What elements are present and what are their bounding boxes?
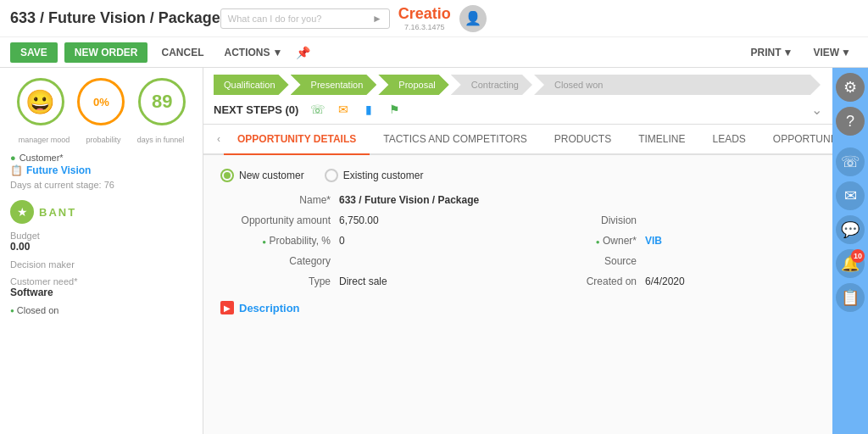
toolbar-right-actions: PRINT ▼ VIEW ▼ [744, 42, 858, 63]
toolbar: SAVE NEW ORDER CANCEL ACTIONS ▼ 📌 PRINT … [0, 37, 868, 68]
days-in-funnel-label: days in funnel [137, 136, 185, 144]
metrics-section: 😀 0% 89 [10, 78, 192, 125]
task-icon[interactable]: ▮ [359, 100, 378, 119]
name-label: Name* [220, 194, 339, 206]
days-at-stage: Days at current stage: 76 [10, 180, 192, 190]
logo-text: Creatio [398, 5, 451, 23]
email-icon-button[interactable]: ✉ [834, 180, 866, 212]
description-label[interactable]: Description [239, 302, 300, 314]
category-label: Category [220, 255, 339, 267]
stage-presentation[interactable]: Presentation [291, 75, 377, 95]
stage-pipeline: Qualification Presentation Proposal Cont… [214, 75, 822, 95]
new-order-button[interactable]: NEW ORDER [64, 42, 148, 63]
search-icon[interactable]: ► [372, 13, 382, 25]
budget-field: Budget 0.00 [10, 231, 192, 253]
probability-label: probability [86, 136, 120, 144]
left-sidebar: 😀 0% 89 manager mood probability days in… [0, 68, 203, 434]
tab-leads[interactable]: LEADS [699, 125, 760, 155]
right-sidebar: ⚙ ? ☏ ✉ 💬 🔔 10 📋 [832, 68, 868, 434]
avatar: 👤 [459, 5, 487, 32]
tab-opportunity-history[interactable]: OPPORTUNITY HISTORY [760, 125, 832, 155]
probability-value: 0 [339, 235, 345, 247]
type-value: Direct sale [339, 275, 387, 287]
help-icon-button[interactable]: ? [834, 105, 866, 137]
notification-icon-button[interactable]: 🔔 10 [834, 248, 866, 280]
next-steps-icons: ☏ ✉ ▮ ⚑ [309, 100, 403, 119]
flag-icon[interactable]: ⚑ [385, 100, 403, 119]
save-button[interactable]: SAVE [10, 42, 58, 63]
main-content: Qualification Presentation Proposal Cont… [203, 68, 832, 434]
manager-mood-circle: 😀 [17, 78, 64, 125]
bant-header: ★ BANT [10, 200, 192, 224]
probability-circle: 0% [77, 78, 125, 125]
source-label: Source [526, 255, 645, 267]
customer-section: ● Customer* 📋 Future Vision Days at curr… [10, 153, 192, 190]
pipeline: Qualification Presentation Proposal Cont… [203, 68, 832, 95]
creatio-logo: Creatio 7.16.3.1475 [398, 5, 451, 31]
stage-contracting[interactable]: Contracting [451, 75, 532, 95]
chat-icon-button[interactable]: 💬 [834, 214, 866, 246]
left-col: Opportunity amount 6,750.00 ● Probabilit… [220, 214, 509, 296]
chat-circle: 💬 [836, 215, 865, 244]
page-title: 633 / Future Vision / Package [10, 9, 220, 27]
decision-maker-field: Decision maker [10, 259, 192, 270]
pin-icon[interactable]: 📌 [296, 46, 310, 59]
chevron-down-icon: ▼ [783, 47, 793, 58]
settings-icon-button[interactable]: ⚙ [834, 71, 866, 103]
main-layout: 😀 0% 89 manager mood probability days in… [0, 68, 868, 434]
settings-circle: ⚙ [836, 73, 865, 102]
chevron-down-icon: ▼ [841, 47, 851, 58]
customer-field-label: ● Customer* [10, 153, 192, 163]
description-icon: ▶ [220, 301, 234, 314]
probability-label: ● Probability, % [220, 235, 339, 247]
stage-qualification[interactable]: Qualification [214, 75, 289, 95]
help-circle: ? [836, 107, 865, 136]
owner-row: ● Owner* VIB [526, 235, 815, 247]
name-value: 633 / Future Vision / Package [339, 194, 479, 206]
expand-button[interactable]: ⌄ [811, 102, 822, 118]
search-placeholder: What can I do for you? [228, 14, 322, 24]
category-row: Category [220, 255, 509, 267]
stage-closed-won[interactable]: Closed won [534, 75, 821, 95]
owner-label: ● Owner* [526, 235, 645, 247]
customer-need-field: Customer need* Software [10, 276, 192, 298]
print-button[interactable]: PRINT ▼ [744, 42, 800, 63]
tab-prev-arrow[interactable]: ‹ [214, 126, 224, 152]
phone-circle: ☏ [836, 147, 865, 176]
email-icon[interactable]: ✉ [334, 100, 353, 119]
phone-icon-button[interactable]: ☏ [834, 146, 866, 178]
notification-badge: 10 [851, 249, 865, 263]
stage-proposal[interactable]: Proposal [378, 75, 448, 95]
created-on-value: 6/4/2020 [645, 275, 685, 287]
customer-icon: 📋 [10, 164, 23, 176]
existing-customer-radio[interactable]: Existing customer [325, 169, 424, 182]
new-customer-radio-inner [224, 172, 231, 179]
view-button[interactable]: VIEW ▼ [806, 42, 858, 63]
new-customer-label: New customer [239, 170, 304, 181]
tab-tactics-competitors[interactable]: TACTICS AND COMPETITORS [370, 125, 541, 155]
clipboard-icon-button[interactable]: 📋 [834, 281, 866, 314]
customer-type-section: New customer Existing customer [220, 169, 815, 182]
header-right: What can I do for you? ► Creatio 7.16.3.… [220, 5, 487, 32]
existing-customer-radio-outer [325, 169, 338, 182]
tabs: ‹ OPPORTUNITY DETAILS TACTICS AND COMPET… [203, 125, 832, 155]
customer-link[interactable]: 📋 Future Vision [10, 164, 192, 176]
cancel-button[interactable]: CANCEL [154, 42, 210, 63]
tab-opportunity-details[interactable]: OPPORTUNITY DETAILS [224, 125, 370, 155]
tab-timeline[interactable]: TIMELINE [625, 125, 698, 155]
search-bar[interactable]: What can I do for you? ► [220, 8, 390, 29]
email-circle: ✉ [836, 181, 865, 210]
type-label: Type [220, 275, 339, 287]
call-icon[interactable]: ☏ [309, 100, 327, 119]
chevron-down-icon: ▼ [272, 47, 282, 58]
opportunity-amount-row: Opportunity amount 6,750.00 [220, 214, 509, 226]
actions-button[interactable]: ACTIONS ▼ [217, 42, 289, 63]
tab-products[interactable]: PRODUCTS [541, 125, 625, 155]
source-row: Source [526, 255, 815, 267]
owner-value[interactable]: VIB [645, 235, 662, 247]
opportunity-amount-label: Opportunity amount [220, 214, 339, 226]
closed-on-field: ● Closed on [10, 305, 192, 315]
new-customer-radio[interactable]: New customer [220, 169, 304, 182]
manager-mood-label: manager mood [19, 136, 70, 144]
metrics-labels: manager mood probability days in funnel [10, 136, 192, 144]
